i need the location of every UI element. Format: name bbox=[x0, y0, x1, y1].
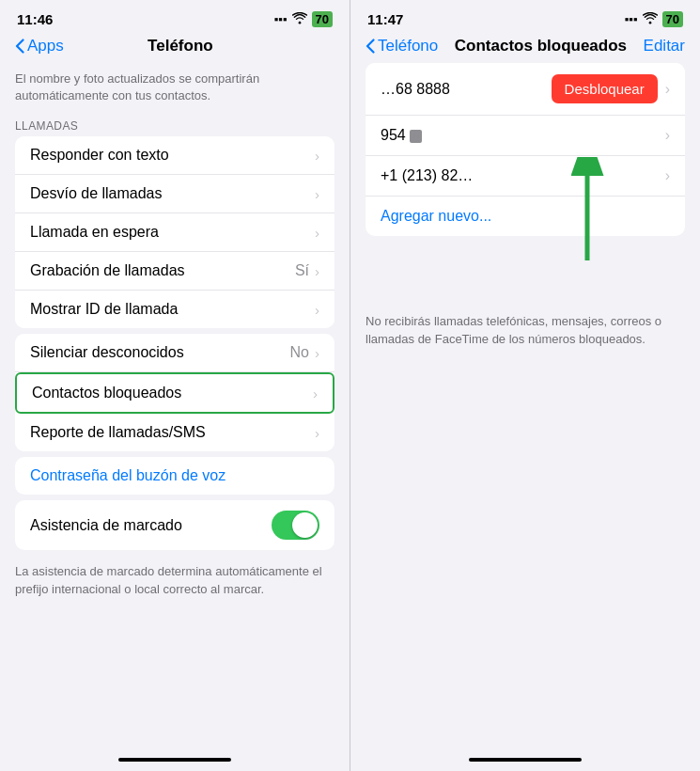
wifi-icon bbox=[292, 12, 307, 27]
row-grabacion-label: Grabación de llamadas bbox=[30, 262, 295, 279]
right-wifi-icon bbox=[643, 12, 658, 27]
row-silenciar-chevron: › bbox=[315, 345, 319, 361]
blocked-row-3[interactable]: +1 (213) 82… › bbox=[366, 156, 685, 196]
row-espera-chevron: › bbox=[315, 225, 319, 241]
row1-chevron: › bbox=[665, 81, 670, 98]
settings-group-2: Silenciar desconocidos No › Contactos bl… bbox=[15, 334, 334, 451]
right-back-button[interactable]: Teléfono bbox=[366, 37, 438, 55]
right-nav-right-edit[interactable]: Editar bbox=[644, 37, 685, 55]
left-status-bar: 11:46 ▪▪▪ 70 bbox=[0, 0, 350, 33]
row-reporte[interactable]: Reporte de llamadas/SMS › bbox=[15, 414, 334, 451]
right-signal-icon: ▪▪▪ bbox=[625, 12, 638, 26]
right-nav-title: Contactos bloqueados bbox=[438, 37, 643, 55]
row-voicemail[interactable]: Contraseña del buzón de voz bbox=[15, 457, 334, 495]
blocked-number-1: …68 8888 bbox=[381, 81, 552, 98]
row2-chevron: › bbox=[665, 127, 670, 144]
unblock-button[interactable]: Desbloquear bbox=[552, 74, 658, 103]
row-marcado[interactable]: Asistencia de marcado bbox=[15, 500, 334, 550]
row-voicemail-label: Contraseña del buzón de voz bbox=[30, 467, 319, 484]
settings-group-1: Responder con texto › Desvío de llamadas… bbox=[15, 136, 334, 328]
blocked-note: No recibirás llamadas telefónicas, mensa… bbox=[350, 307, 700, 356]
row-silenciar-label: Silenciar desconocidos bbox=[30, 344, 290, 361]
row-desvio-chevron: › bbox=[315, 186, 319, 202]
row-grabacion-chevron: › bbox=[315, 263, 319, 279]
battery-icon: 70 bbox=[312, 11, 333, 27]
row-silenciar-value: No bbox=[290, 344, 309, 361]
llamadas-section-label: LLAMADAS bbox=[0, 114, 350, 136]
blocked-row-1: …68 8888 Desbloquear › bbox=[366, 63, 685, 116]
row-marcado-label: Asistencia de marcado bbox=[30, 517, 272, 534]
blocked-list-group: …68 8888 Desbloquear › 954 ▪▪▪ › +1 (213… bbox=[366, 63, 685, 236]
settings-group-voicemail: Contraseña del buzón de voz bbox=[15, 457, 334, 495]
row-mostrar-id-label: Mostrar ID de llamada bbox=[30, 301, 315, 318]
row-grabacion-value: Sí bbox=[295, 262, 309, 279]
signal-icon: ▪▪▪ bbox=[274, 12, 288, 26]
row-espera[interactable]: Llamada en espera › bbox=[15, 213, 334, 252]
row-contactos-bloqueados-label: Contactos bloqueados bbox=[32, 385, 313, 401]
row-reporte-chevron: › bbox=[315, 425, 319, 441]
blocked-number-3: +1 (213) 82… bbox=[381, 167, 665, 184]
right-battery-icon: 70 bbox=[662, 11, 683, 27]
row-responder-chevron: › bbox=[315, 148, 319, 164]
settings-group-marcado: Asistencia de marcado bbox=[15, 500, 334, 550]
left-home-bar bbox=[0, 750, 350, 771]
add-new-label: Agregar nuevo... bbox=[381, 208, 491, 225]
row-responder[interactable]: Responder con texto › bbox=[15, 136, 334, 175]
right-home-indicator bbox=[469, 758, 582, 762]
row-reporte-label: Reporte de llamadas/SMS bbox=[30, 424, 315, 441]
marcado-note: La asistencia de marcado determina autom… bbox=[0, 556, 350, 606]
arrow-area bbox=[350, 242, 700, 307]
row3-chevron: › bbox=[665, 167, 670, 184]
row-mostrar-id-chevron: › bbox=[315, 302, 319, 318]
row-espera-label: Llamada en espera bbox=[30, 224, 315, 241]
right-time: 11:47 bbox=[367, 11, 403, 27]
right-status-bar: 11:47 ▪▪▪ 70 bbox=[350, 0, 700, 33]
add-new-button[interactable]: Agregar nuevo... bbox=[366, 196, 685, 236]
row-contactos-bloqueados[interactable]: Contactos bloqueados › bbox=[15, 372, 334, 414]
right-back-chevron-icon bbox=[366, 39, 375, 54]
left-panel: 11:46 ▪▪▪ 70 Apps Teléfono bbox=[0, 0, 350, 771]
left-time: 11:46 bbox=[17, 11, 53, 27]
row-silenciar[interactable]: Silenciar desconocidos No › bbox=[15, 334, 334, 372]
row-desvio[interactable]: Desvío de llamadas › bbox=[15, 175, 334, 213]
left-nav-title: Teléfono bbox=[64, 37, 297, 55]
green-arrow-icon bbox=[559, 157, 615, 270]
marcado-toggle[interactable] bbox=[272, 511, 319, 540]
left-status-icons: ▪▪▪ 70 bbox=[274, 11, 333, 27]
row-desvio-label: Desvío de llamadas bbox=[30, 185, 315, 202]
row-responder-label: Responder con texto bbox=[30, 147, 315, 164]
left-info-text: El nombre y foto actualizados se compart… bbox=[0, 63, 350, 114]
row-mostrar-id[interactable]: Mostrar ID de llamada › bbox=[15, 291, 334, 328]
left-back-button[interactable]: Apps bbox=[15, 37, 64, 55]
right-home-bar bbox=[350, 750, 700, 771]
left-nav-bar: Apps Teléfono bbox=[0, 33, 350, 63]
blocked-number-2: 954 ▪▪▪ bbox=[381, 127, 665, 144]
row-contactos-bloqueados-chevron: › bbox=[313, 386, 318, 401]
right-back-label: Teléfono bbox=[378, 37, 438, 55]
blocked-row-2[interactable]: 954 ▪▪▪ › bbox=[366, 116, 685, 156]
back-chevron-icon bbox=[15, 39, 24, 54]
back-label: Apps bbox=[27, 37, 64, 55]
right-panel: 11:47 ▪▪▪ 70 Teléfono Contactos b bbox=[350, 0, 700, 771]
row-grabacion[interactable]: Grabación de llamadas Sí › bbox=[15, 252, 334, 291]
right-status-icons: ▪▪▪ 70 bbox=[625, 11, 683, 27]
right-nav-bar: Teléfono Contactos bloqueados Editar bbox=[350, 33, 700, 63]
toggle-knob bbox=[292, 512, 318, 538]
home-indicator bbox=[118, 758, 231, 762]
